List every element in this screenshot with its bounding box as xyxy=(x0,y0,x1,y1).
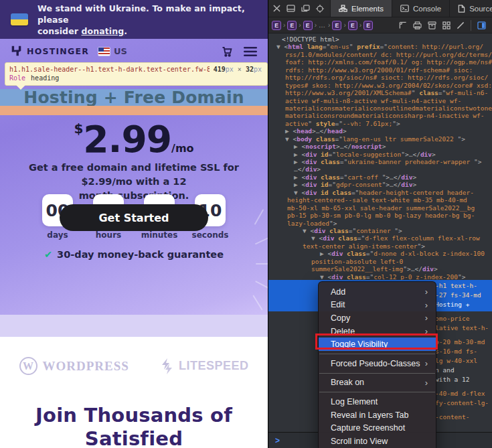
breadcrumb-chevron-icon: › xyxy=(359,21,361,29)
us-flag-icon xyxy=(98,48,110,56)
code-line[interactable]: materialiconsroundmaterialiconssharp-n4-… xyxy=(268,112,492,119)
code-line[interactable]: mb-50-xl mb-65-xxl sale-header summerSal… xyxy=(268,204,492,212)
code-line[interactable]: rdfs: http://www.w3.org/2000/01/rdf-sche… xyxy=(268,66,492,74)
layout-ruler-icon[interactable] xyxy=(399,21,407,29)
code-line[interactable]: <!DOCTYPE html> xyxy=(268,35,492,43)
code-line[interactable]: materialiconsmaterialiconsoutlinedmateri… xyxy=(268,104,492,112)
menu-item-delete[interactable]: Delete› xyxy=(319,325,436,338)
breadcrumb-element-badge[interactable]: E xyxy=(287,21,297,30)
code-line[interactable]: height-centered--sale text-white mb-35 m… xyxy=(268,196,492,204)
code-line[interactable]: ▶ <noscript>…</noscript> xyxy=(268,143,492,150)
details-sidebar-toggle-icon[interactable] xyxy=(477,21,486,29)
countdown-label: days xyxy=(37,230,78,240)
code-line[interactable]: ▶ <head>…</head> xyxy=(268,127,492,135)
price-currency: $ xyxy=(74,121,83,137)
print-icon[interactable] xyxy=(413,21,422,29)
edit-slash-icon[interactable] xyxy=(457,21,465,29)
site-header: HOSTINGER US xyxy=(0,39,268,64)
breadcrumb-element-badge[interactable]: E xyxy=(303,21,313,30)
close-icon[interactable] xyxy=(273,5,280,12)
web-inspector: Elements Console Sources E›E›E›…›E›E›E <… xyxy=(268,0,492,448)
menu-item-log-element[interactable]: Log Element xyxy=(319,395,436,408)
console-tab-icon xyxy=(400,5,409,12)
code-line[interactable]: ▶ <div class="ukraine-banner preheader-w… xyxy=(268,158,492,165)
submenu-chevron-icon: › xyxy=(425,300,428,310)
code-line[interactable]: …</div> xyxy=(268,165,492,173)
tab-elements[interactable]: Elements xyxy=(331,0,392,17)
code-line[interactable]: ▶ <div id="locale-suggestion">…</div> xyxy=(268,151,492,158)
dock-bottom-icon[interactable] xyxy=(286,5,295,12)
inspector-tooltip: h1.h1.sale-header--h1.text-h-dark.text-c… xyxy=(5,62,268,86)
elements-tab-icon xyxy=(339,5,347,12)
menu-item-copy[interactable]: Copy› xyxy=(319,311,436,325)
countdown-label: seconds xyxy=(189,230,231,240)
checkmark-icon: ✔ xyxy=(44,249,52,260)
breadcrumb-element-badge[interactable]: E xyxy=(272,21,281,30)
hamburger-menu-icon[interactable] xyxy=(244,46,257,57)
hostinger-logo[interactable]: HOSTINGER xyxy=(11,46,89,57)
code-line[interactable]: http://www.w3.org/2001/XMLSchema#" class… xyxy=(268,89,492,96)
code-line[interactable]: ▼ <body class="lang-en-us ltr summerSale… xyxy=(268,135,492,143)
inspected-heading-highlight: Hosting + Free Domain xyxy=(0,89,268,106)
countdown-label: minutes xyxy=(139,230,180,240)
element-picker-icon[interactable] xyxy=(316,5,324,13)
code-line[interactable]: ▼ <div id class="header-height-centered … xyxy=(268,189,492,196)
litespeed-logo: LITESPEED xyxy=(160,358,249,374)
litespeed-icon xyxy=(160,358,173,374)
get-started-button[interactable]: Get Started xyxy=(60,204,208,231)
code-line[interactable]: pb-15 pb-30-sm pb-0-lg mb-0 bg-lazy head… xyxy=(268,212,492,219)
price-value: 2.99 xyxy=(83,118,171,161)
join-heading: Join Thousands of SatisfiedWebsite Owner… xyxy=(0,404,268,448)
breadcrumb-element-badge[interactable]: E xyxy=(363,21,373,30)
grid-icon[interactable] xyxy=(442,21,450,29)
code-line[interactable]: http://rdfs.org/sioc/ns# sioct: http://r… xyxy=(268,74,492,81)
code-line[interactable]: position-absolute left-0 xyxy=(268,258,492,265)
undock-window-icon[interactable] xyxy=(301,5,310,12)
code-line[interactable]: ▶ <div class="d-none d-xl-block z-index-… xyxy=(268,250,492,257)
menu-item-toggle-visibility[interactable]: Toggle Visibility xyxy=(319,338,436,351)
tooltip-role-label: Role xyxy=(9,74,25,82)
price: $2.99/mo xyxy=(0,118,268,161)
menu-item-edit[interactable]: Edit› xyxy=(319,299,436,312)
menu-item-scroll-into-view[interactable]: Scroll into View xyxy=(319,435,436,448)
menu-item-capture-screenshot[interactable]: Capture Screenshot xyxy=(319,421,436,435)
code-line[interactable]: summerSale2022__left-img">…</div> xyxy=(268,265,492,273)
code-line[interactable]: text-center align-items-center"> xyxy=(268,242,492,250)
donating-link[interactable]: donating xyxy=(81,26,124,36)
menu-item-add[interactable]: Add› xyxy=(319,285,436,299)
price-period: /mo xyxy=(171,142,194,155)
wordpress-icon: W xyxy=(19,357,37,375)
breadcrumb-element-badge[interactable]: E xyxy=(332,21,341,30)
wordpress-logo: W WORDPRESS xyxy=(19,357,129,375)
menu-separator xyxy=(319,392,435,392)
code-line[interactable]: foaf: http://xmlns.com/foaf/0.1/ og: htt… xyxy=(268,58,492,66)
locale-label: US xyxy=(114,46,127,56)
hero-heading: Hosting + Free Domain xyxy=(23,88,244,107)
code-line[interactable]: ▼ <div class="d-flex flex-column flex-xl… xyxy=(268,234,492,242)
devtools-window-controls xyxy=(268,0,331,17)
menu-separator xyxy=(319,354,435,354)
code-line[interactable]: ▶ <div class="cart-off ">…</div> xyxy=(268,173,492,181)
code-line[interactable]: lazy-loaded"> xyxy=(268,220,492,227)
guarantee-text: ✔30-day money-back guarantee xyxy=(0,249,268,260)
ukraine-banner-text: We stand with Ukraine. To make an impact… xyxy=(37,3,258,37)
code-line[interactable]: active" style="--vh: 7.61px;"> xyxy=(268,120,492,127)
submenu-chevron-icon: › xyxy=(425,313,428,323)
menu-item-break-on[interactable]: Break on› xyxy=(319,376,436,390)
archive-box-icon[interactable] xyxy=(428,21,436,29)
code-line[interactable]: ▼ <html lang="en-us" prefix="content: ht… xyxy=(268,43,492,50)
code-line[interactable]: active wf-muli-n8-active wf-muli-n4-acti… xyxy=(268,97,492,104)
breadcrumb-element-badge[interactable]: E xyxy=(348,21,357,30)
menu-separator xyxy=(319,373,435,374)
countdown-label: hours xyxy=(88,230,129,240)
code-line[interactable]: types# skos: http://www.w3.org/2004/02/s… xyxy=(268,82,492,89)
menu-item-reveal-in-layers-tab[interactable]: Reveal in Layers Tab xyxy=(319,408,436,422)
tab-sources[interactable]: Sources xyxy=(450,0,492,17)
cart-icon[interactable] xyxy=(220,46,233,58)
code-line[interactable]: ▶ <div id="gdpr-consent">…</div> xyxy=(268,181,492,188)
tab-console[interactable]: Console xyxy=(392,0,450,17)
locale-selector[interactable]: US xyxy=(98,46,127,56)
menu-item-forced-pseudo-classes[interactable]: Forced Pseudo-Classes› xyxy=(319,357,436,370)
code-line[interactable]: ▼ <div class="container "> xyxy=(268,227,492,234)
code-line[interactable]: rss/1.0/modules/content/ dc: http://purl… xyxy=(268,51,492,58)
